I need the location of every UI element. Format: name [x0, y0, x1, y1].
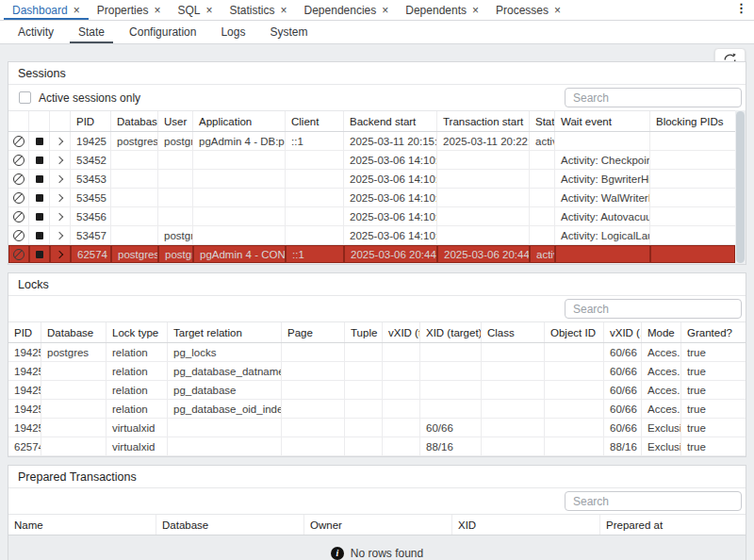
column-header-database[interactable]: Database — [111, 111, 158, 131]
cancel-session-button[interactable] — [8, 189, 29, 206]
tab-properties[interactable]: Properties× — [89, 0, 170, 20]
expand-row-button[interactable] — [50, 207, 71, 225]
table-cell — [345, 437, 383, 455]
expand-row-button[interactable] — [50, 189, 71, 206]
column-header-blocking-pids[interactable]: Blocking PIDs — [650, 111, 735, 131]
table-cell — [111, 226, 158, 244]
kebab-menu-icon[interactable]: ⋮ — [729, 0, 754, 20]
table-row[interactable]: 534532025-03-06 14:10:11 ...Activity: Bg… — [8, 170, 735, 189]
table-row[interactable]: 19425relationpg_database_datname_ind...6… — [8, 362, 746, 381]
table-row[interactable]: 534522025-03-06 14:10:11 ...Activity: Ch… — [8, 151, 735, 170]
column-header-state[interactable]: State — [530, 111, 555, 131]
close-icon[interactable]: × — [154, 5, 160, 16]
column-header-class[interactable]: Class — [482, 322, 545, 342]
cancel-session-button[interactable] — [8, 207, 29, 225]
close-icon[interactable]: × — [281, 5, 287, 16]
tab-dependencies[interactable]: Dependencies× — [296, 0, 398, 20]
table-cell — [282, 381, 345, 399]
expand-row-button[interactable] — [50, 170, 71, 188]
column-header-client[interactable]: Client — [286, 111, 344, 131]
column-header-database[interactable]: Database — [156, 515, 304, 535]
tab-statistics[interactable]: Statistics× — [221, 0, 295, 20]
subtab-configuration[interactable]: Configuration — [121, 21, 205, 43]
column-header-xid-target-[interactable]: XID (target) — [420, 322, 482, 342]
cancel-session-button[interactable] — [8, 226, 29, 244]
locks-search-input[interactable] — [565, 299, 742, 319]
terminate-session-button[interactable] — [29, 132, 50, 150]
terminate-session-button[interactable] — [29, 245, 50, 263]
table-cell — [158, 151, 193, 169]
column-header-vxid-[interactable]: vXID (... — [604, 322, 642, 342]
column-header-pid[interactable]: PID — [71, 111, 111, 131]
tab-dashboard[interactable]: Dashboard× — [4, 0, 89, 20]
table-row[interactable]: 19425virtualxid60/6660/66Exclusi...true — [8, 419, 746, 437]
table-cell: postgres — [41, 343, 107, 361]
table-row[interactable]: 62574virtualxid88/1688/16Exclusi...true — [8, 437, 746, 456]
table-row[interactable]: 53457postgr...2025-03-06 14:10:11 ...Act… — [8, 226, 735, 245]
scrollbar-thumb[interactable] — [736, 111, 745, 263]
column-header-xid[interactable]: XID — [452, 515, 600, 535]
column-header-owner[interactable]: Owner — [304, 515, 452, 535]
table-cell: true — [681, 419, 746, 436]
column-header-name[interactable]: Name — [8, 515, 156, 535]
close-icon[interactable]: × — [472, 5, 479, 16]
tab-dependents[interactable]: Dependents× — [397, 0, 487, 20]
tab-sql[interactable]: SQL× — [169, 0, 221, 20]
column-header-tuple[interactable]: Tuple — [345, 322, 383, 342]
expand-row-button[interactable] — [50, 226, 71, 244]
expand-row-button[interactable] — [50, 151, 71, 169]
table-row[interactable]: 19425relationpg_database60/66Acces...tru… — [8, 381, 746, 400]
active-sessions-checkbox[interactable] — [19, 91, 31, 104]
locks-title: Locks — [8, 273, 746, 296]
column-header-backend-start[interactable]: Backend start — [344, 111, 437, 131]
expand-row-button[interactable] — [50, 245, 71, 263]
column-header-database[interactable]: Database — [41, 322, 107, 342]
column-header-application[interactable]: Application — [193, 111, 286, 131]
table-row[interactable]: 19425postgresrelationpg_locks60/66Acces.… — [8, 343, 746, 362]
sessions-scrollbar[interactable] — [735, 110, 746, 264]
table-row[interactable]: 62574postgrespostgr...pgAdmin 4 - CONN:6… — [8, 245, 735, 264]
table-row[interactable]: 19425relationpg_database_oid_index60/66A… — [8, 400, 746, 419]
terminate-session-button[interactable] — [29, 170, 50, 188]
table-row[interactable]: 19425postgrespostgr...pgAdmin 4 - DB:pos… — [8, 132, 735, 151]
table-row[interactable]: 534552025-03-06 14:10:11 ...Activity: Wa… — [8, 189, 735, 207]
column-header-prepared-at[interactable]: Prepared at — [600, 515, 746, 535]
expand-row-button[interactable] — [50, 132, 71, 150]
table-cell: active — [530, 245, 555, 263]
table-cell — [650, 245, 735, 263]
table-row[interactable]: 534562025-03-06 14:10:11 ...Activity: Au… — [8, 207, 735, 226]
cancel-session-button[interactable] — [8, 132, 29, 150]
cancel-session-button[interactable] — [8, 245, 29, 263]
column-header-granted-[interactable]: Granted? — [681, 322, 746, 342]
sessions-search-input[interactable] — [565, 88, 742, 107]
subtab-logs[interactable]: Logs — [212, 21, 254, 43]
close-icon[interactable]: × — [74, 5, 80, 16]
close-icon[interactable]: × — [205, 5, 212, 16]
column-header-object-id[interactable]: Object ID — [545, 322, 604, 342]
terminate-session-button[interactable] — [29, 189, 50, 206]
column-header-page[interactable]: Page — [282, 322, 345, 342]
tab-label: SQL — [177, 4, 200, 17]
subtab-activity[interactable]: Activity — [9, 21, 62, 43]
close-icon[interactable]: × — [554, 5, 561, 16]
column-header-target-relation[interactable]: Target relation — [168, 322, 282, 342]
column-header-lock-type[interactable]: Lock type — [107, 322, 168, 342]
prepared-search-input[interactable] — [565, 491, 742, 511]
close-icon[interactable]: × — [382, 5, 388, 16]
column-header-mode[interactable]: Mode — [642, 322, 681, 342]
cancel-session-button[interactable] — [8, 170, 29, 188]
cancel-session-button[interactable] — [8, 151, 29, 169]
column-header-vxid-t-[interactable]: vXID (t... — [383, 322, 420, 342]
column-header-pid[interactable]: PID — [8, 322, 41, 342]
column-header-wait-event[interactable]: Wait event — [555, 111, 650, 131]
subtab-state[interactable]: State — [70, 21, 113, 43]
terminate-session-button[interactable] — [29, 207, 50, 225]
terminate-session-button[interactable] — [29, 226, 50, 244]
terminate-session-button[interactable] — [29, 151, 50, 169]
subtab-system[interactable]: System — [261, 21, 316, 43]
column-header-transaction-start[interactable]: Transaction start — [437, 111, 530, 131]
table-cell: pgAdmin 4 - CONN:6... — [193, 245, 286, 263]
tab-processes[interactable]: Processes× — [487, 0, 569, 20]
table-cell — [193, 226, 286, 244]
column-header-user[interactable]: User — [158, 111, 193, 131]
